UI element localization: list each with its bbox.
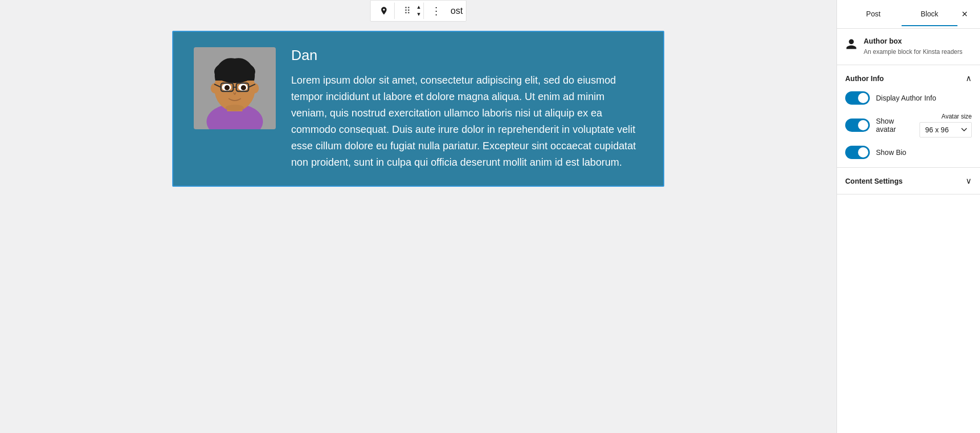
move-up-arrow[interactable]: ▲ xyxy=(416,4,421,11)
author-info-section: Author Info ∧ Display Author Info Show a… xyxy=(837,65,980,168)
content-settings-section: Content Settings ∨ xyxy=(837,168,980,194)
author-content: Dan Lorem ipsum dolor sit amet, consecte… xyxy=(291,47,643,170)
display-author-info-row: Display Author Info xyxy=(845,91,972,105)
show-bio-toggle[interactable] xyxy=(845,146,870,159)
author-block: Dan Lorem ipsum dolor sit amet, consecte… xyxy=(172,31,664,187)
show-bio-row: Show Bio xyxy=(845,146,972,159)
author-info-body: Display Author Info Show avatar Avatar s… xyxy=(837,91,980,167)
sidebar-header: Post Block × xyxy=(837,0,980,29)
move-arrows[interactable]: ▲ ▼ xyxy=(416,4,421,18)
block-info-section: Author box An example block for Kinsta r… xyxy=(837,29,980,65)
author-name: Dan xyxy=(291,47,643,64)
post-label: ost xyxy=(451,6,463,16)
author-info-chevron: ∧ xyxy=(966,73,972,83)
tab-block[interactable]: Block xyxy=(902,3,958,26)
close-button[interactable]: × xyxy=(957,4,972,24)
author-info-toggle[interactable]: Author Info ∧ xyxy=(837,65,980,91)
avatar-size-select[interactable]: 48 x 48 64 x 64 96 x 96 128 x 128 xyxy=(920,122,972,137)
content-settings-chevron: ∨ xyxy=(966,176,972,186)
svg-point-16 xyxy=(226,105,244,111)
block-description: An example block for Kinsta readers xyxy=(864,47,963,56)
author-info-title: Author Info xyxy=(845,74,884,83)
block-title: Author box xyxy=(864,37,963,45)
toolbar-group-move: ⠿ ▲ ▼ xyxy=(397,3,424,19)
display-author-info-label: Display Author Info xyxy=(876,94,936,102)
toolbar-group-icon xyxy=(374,3,395,19)
toolbar-group-more: ⋮ xyxy=(426,3,446,19)
show-avatar-label: Show avatar xyxy=(876,117,913,133)
block-type-button[interactable] xyxy=(376,3,392,19)
block-toolbar: ⠿ ▲ ▼ ⋮ ost xyxy=(370,0,466,22)
author-bio: Lorem ipsum dolor sit amet, consectetur … xyxy=(291,72,643,170)
more-options-button[interactable]: ⋮ xyxy=(428,3,444,19)
show-bio-label: Show Bio xyxy=(876,148,906,156)
block-info-text: Author box An example block for Kinsta r… xyxy=(864,37,963,56)
author-avatar xyxy=(194,47,276,129)
block-content-wrapper: Dan Lorem ipsum dolor sit amet, consecte… xyxy=(172,31,664,187)
show-avatar-toggle[interactable] xyxy=(845,119,870,132)
author-box-icon xyxy=(845,38,858,53)
avatar-size-label: Avatar size xyxy=(942,113,972,120)
display-author-info-toggle[interactable] xyxy=(845,91,870,105)
sidebar: Post Block × Author box An example block… xyxy=(836,0,980,433)
avatar-size-group: Avatar size 48 x 48 64 x 64 96 x 96 128 … xyxy=(920,113,972,137)
content-settings-toggle[interactable]: Content Settings ∨ xyxy=(837,168,980,194)
move-down-arrow[interactable]: ▼ xyxy=(416,11,421,18)
content-settings-title: Content Settings xyxy=(845,177,903,185)
show-avatar-row: Show avatar Avatar size 48 x 48 64 x 64 … xyxy=(845,113,972,137)
svg-point-10 xyxy=(241,85,246,90)
svg-point-9 xyxy=(224,85,230,90)
tab-post[interactable]: Post xyxy=(845,3,902,26)
drag-handle-button[interactable]: ⠿ xyxy=(399,3,415,19)
editor-area: ⠿ ▲ ▼ ⋮ ost xyxy=(0,0,836,433)
